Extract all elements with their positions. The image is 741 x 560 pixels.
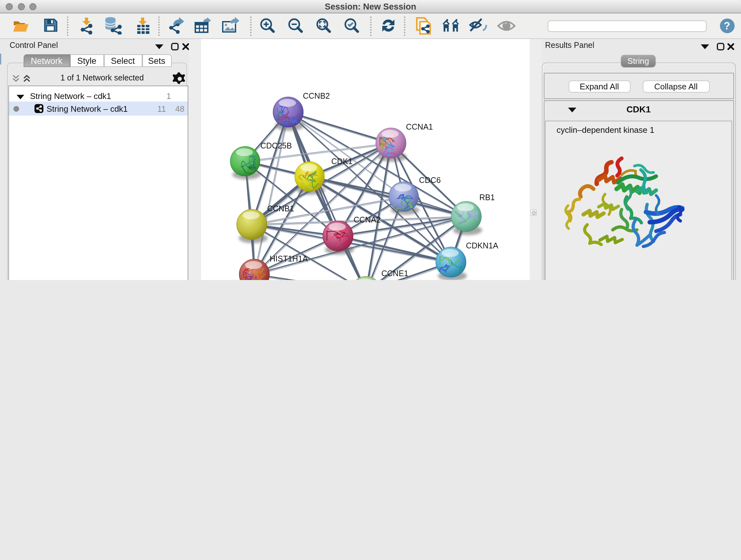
- svg-text:CCNB2: CCNB2: [303, 91, 330, 100]
- svg-text:CCNB1: CCNB1: [267, 204, 294, 213]
- svg-text:CCNE1: CCNE1: [381, 269, 408, 278]
- svg-text:CDC25B: CDC25B: [260, 141, 292, 150]
- svg-text:CDKN1A: CDKN1A: [466, 241, 498, 250]
- svg-text:CDC6: CDC6: [419, 176, 441, 185]
- svg-text:CCNA2: CCNA2: [354, 215, 381, 224]
- svg-text:CDK1: CDK1: [331, 157, 353, 166]
- svg-text:HIST1H1A: HIST1H1A: [270, 254, 308, 263]
- svg-text:CCNA1: CCNA1: [406, 122, 433, 131]
- svg-text:RB1: RB1: [479, 193, 495, 202]
